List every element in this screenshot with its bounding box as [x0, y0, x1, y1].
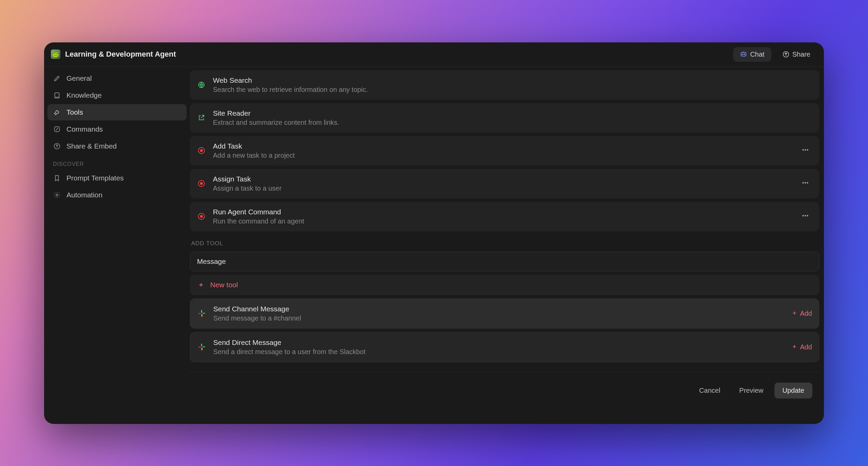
tool-card-add-task[interactable]: Add Task Add a new task to a project [190, 136, 819, 166]
svg-point-22 [805, 215, 806, 216]
sidebar-item-label: Commands [66, 125, 103, 133]
tool-desc: Send message to a #channel [213, 314, 785, 322]
tool-card-web-search[interactable]: Web Search Search the web to retrieve in… [190, 70, 819, 100]
agent-title: Learning & Development Agent [65, 50, 176, 59]
update-button[interactable]: Update [774, 383, 813, 399]
share-icon [53, 142, 61, 150]
share-button-label: Share [792, 51, 810, 58]
sidebar-item-share[interactable]: Share & Embed [47, 138, 186, 154]
tool-more-button[interactable] [798, 210, 812, 223]
svg-point-23 [807, 215, 808, 216]
pencil-icon [53, 75, 61, 82]
svg-point-18 [807, 182, 808, 183]
sidebar-item-knowledge[interactable]: Knowledge [47, 87, 186, 103]
record-icon [197, 146, 206, 155]
tool-add-label: Add [800, 310, 812, 317]
svg-rect-30 [201, 348, 202, 350]
plus-icon [198, 282, 204, 288]
slash-icon [53, 125, 61, 133]
tool-title: Add Task [213, 142, 791, 150]
svg-point-7 [56, 194, 58, 196]
svg-point-1 [743, 54, 743, 55]
tool-add-button[interactable]: Add [792, 343, 812, 351]
add-tool-section-label: ADD TOOL [190, 235, 819, 248]
tool-desc: Run the command of an agent [213, 217, 791, 225]
svg-rect-26 [201, 314, 202, 317]
svg-point-10 [200, 149, 203, 152]
tool-title: Send Channel Message [213, 305, 785, 313]
preview-button[interactable]: Preview [731, 383, 771, 399]
tool-title: Run Agent Command [213, 208, 791, 216]
share-icon [782, 51, 790, 58]
bookmark-icon [53, 174, 61, 182]
tool-title: Web Search [213, 76, 812, 84]
share-button[interactable]: Share [775, 47, 817, 62]
new-tool-label: New tool [210, 281, 238, 289]
tool-result-send-channel[interactable]: Send Channel Message Send message to a #… [190, 298, 819, 329]
tool-card-site-reader[interactable]: Site Reader Extract and summarize conten… [190, 103, 819, 133]
svg-rect-24 [201, 310, 202, 313]
record-icon [197, 179, 206, 188]
tool-desc: Add a new task to a project [213, 152, 791, 159]
svg-point-20 [200, 215, 203, 218]
app-window: 🐸 Learning & Development Agent Chat Shar… [44, 42, 824, 424]
sidebar-section-discover: DISCOVER [47, 155, 186, 169]
svg-point-11 [802, 149, 804, 151]
sidebar-item-general[interactable]: General [47, 70, 186, 86]
footer: Cancel Preview Update [190, 375, 819, 406]
book-icon [53, 92, 61, 99]
svg-rect-28 [201, 344, 202, 346]
tool-desc: Send a direct message to a user from the… [213, 348, 785, 356]
svg-point-12 [805, 149, 806, 151]
sidebar-item-prompts[interactable]: Prompt Templates [47, 170, 186, 186]
sidebar-item-label: Knowledge [66, 91, 102, 99]
tool-desc: Assign a task to a user [213, 185, 791, 192]
tool-title: Site Reader [213, 109, 812, 117]
tool-add-label: Add [800, 343, 812, 351]
sidebar-item-label: Prompt Templates [66, 174, 124, 182]
plus-icon [792, 343, 797, 351]
tool-card-run-agent[interactable]: Run Agent Command Run the command of an … [190, 202, 819, 231]
agent-avatar: 🐸 [51, 50, 60, 59]
tool-desc: Search the web to retrieve information o… [213, 86, 812, 94]
divider [190, 372, 819, 372]
svg-rect-0 [741, 53, 746, 56]
sidebar-item-tools[interactable]: Tools [47, 104, 186, 120]
slack-icon [197, 309, 206, 318]
chat-button-label: Chat [750, 51, 764, 58]
svg-rect-27 [198, 313, 201, 314]
new-tool-button[interactable]: New tool [190, 275, 819, 295]
svg-point-17 [805, 182, 806, 183]
svg-rect-31 [198, 347, 201, 348]
main-panel: Web Search Search the web to retrieve in… [190, 67, 824, 424]
sidebar-item-label: Automation [66, 191, 102, 199]
tool-title: Send Direct Message [213, 338, 785, 347]
plus-icon [792, 310, 797, 317]
svg-point-2 [744, 54, 745, 55]
cancel-button[interactable]: Cancel [691, 383, 728, 399]
sidebar-item-commands[interactable]: Commands [47, 121, 186, 137]
tool-add-button[interactable]: Add [792, 310, 812, 317]
tool-desc: Extract and summarize content from links… [213, 119, 812, 127]
svg-point-16 [802, 182, 804, 183]
sidebar: General Knowledge Tools Commands Share &… [44, 67, 190, 424]
sidebar-item-automation[interactable]: Automation [47, 187, 186, 203]
chat-icon [740, 51, 747, 58]
wrench-icon [53, 109, 61, 116]
gear-sync-icon [53, 191, 61, 199]
sidebar-item-label: Share & Embed [66, 142, 117, 150]
tool-more-button[interactable] [798, 144, 812, 157]
svg-rect-25 [202, 313, 205, 314]
svg-point-21 [802, 215, 804, 216]
titlebar: 🐸 Learning & Development Agent Chat Shar… [44, 42, 824, 67]
globe-icon [197, 80, 206, 90]
chat-button[interactable]: Chat [733, 47, 771, 62]
record-icon [197, 212, 206, 221]
tool-search-input[interactable] [190, 252, 819, 271]
tool-result-send-dm[interactable]: Send Direct Message Send a direct messag… [190, 332, 819, 362]
slack-icon [197, 342, 206, 352]
svg-rect-29 [202, 346, 205, 347]
sidebar-item-label: General [66, 74, 92, 82]
tool-card-assign-task[interactable]: Assign Task Assign a task to a user [190, 169, 819, 198]
tool-more-button[interactable] [798, 177, 812, 190]
